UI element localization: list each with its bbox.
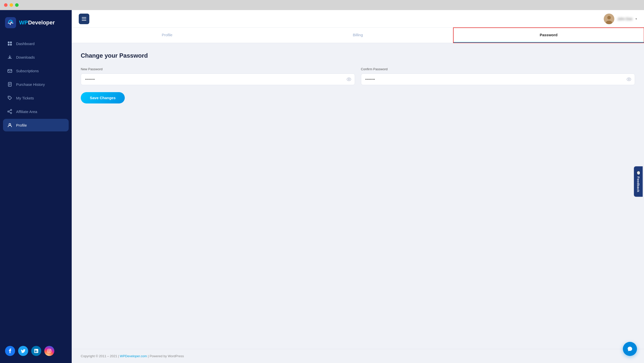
svg-rect-15 [82, 19, 86, 19]
close-button[interactable] [4, 3, 8, 7]
grid-icon [7, 41, 13, 46]
download-icon [7, 54, 13, 60]
svg-point-9 [11, 113, 12, 114]
svg-point-10 [9, 124, 11, 125]
svg-point-21 [348, 79, 349, 80]
sidebar-item-affiliate-area[interactable]: Affiliate Area [3, 105, 69, 118]
header-user[interactable]: John Doe ▾ [604, 14, 637, 24]
receipt-icon [7, 82, 13, 87]
tag-icon [7, 95, 13, 101]
svg-point-23 [628, 79, 630, 80]
feedback-chat-icon: 💬 [636, 171, 640, 175]
tab-password[interactable]: Password [453, 28, 644, 43]
svg-point-6 [9, 97, 10, 98]
footer-powered: | Powered by WordPress [148, 354, 184, 358]
minimize-button[interactable] [10, 3, 13, 7]
svg-point-7 [11, 110, 12, 111]
person-icon [7, 122, 13, 128]
sidebar-item-label: Affiliate Area [16, 110, 37, 114]
footer-copyright: Copyright © 2011 – 2021 | [81, 354, 119, 358]
footer-link[interactable]: WPDeveloper.com [120, 354, 147, 358]
svg-rect-2 [8, 44, 10, 46]
new-password-wrap [81, 74, 355, 85]
feedback-label: Feedback [636, 176, 640, 192]
svg-rect-1 [10, 42, 12, 43]
page-content: Change your Password New Password [72, 43, 644, 349]
main-header: John Doe ▾ [72, 10, 644, 28]
twitter-link[interactable] [18, 346, 28, 356]
sidebar-nav: Dashboard Downloads [0, 35, 72, 341]
app-wrapper: WPDeveloper Dashboard [0, 10, 644, 363]
logo-text: WPDeveloper [19, 19, 55, 26]
sidebar-item-dashboard[interactable]: Dashboard [3, 37, 69, 50]
share-icon [7, 109, 13, 114]
linkedin-link[interactable] [31, 346, 41, 356]
new-password-label: New Password [81, 67, 355, 71]
svg-point-18 [607, 16, 611, 19]
confirm-password-wrap [361, 74, 635, 85]
social-links [0, 341, 72, 363]
svg-rect-14 [82, 17, 86, 18]
page-title: Change your Password [81, 52, 635, 59]
sidebar: WPDeveloper Dashboard [0, 10, 72, 363]
password-form-row: New Password Confirm Password [81, 67, 635, 85]
email-icon [7, 68, 13, 74]
sidebar-item-label: Profile [16, 123, 27, 127]
instagram-link[interactable] [44, 346, 54, 356]
toggle-password-visibility-icon[interactable] [347, 78, 351, 81]
confirm-password-input[interactable] [361, 74, 635, 85]
sidebar-item-subscriptions[interactable]: Subscriptions [3, 64, 69, 77]
sidebar-item-profile[interactable]: Profile [3, 119, 69, 131]
new-password-input[interactable] [81, 74, 355, 85]
sidebar-item-label: My Tickets [16, 96, 34, 100]
user-name: John Doe [617, 17, 632, 21]
confirm-password-group: Confirm Password [361, 67, 635, 85]
svg-rect-0 [8, 42, 10, 43]
svg-point-13 [50, 350, 51, 350]
maximize-button[interactable] [15, 3, 19, 7]
sidebar-item-my-tickets[interactable]: My Tickets [3, 92, 69, 104]
window-chrome [0, 0, 644, 10]
svg-point-22 [627, 78, 631, 81]
chat-button[interactable] [623, 342, 637, 356]
svg-point-8 [8, 111, 9, 112]
tabs-container: Profile Billing Password [72, 28, 644, 43]
tab-profile[interactable]: Profile [72, 28, 262, 43]
main-footer: Copyright © 2011 – 2021 | WPDeveloper.co… [72, 349, 644, 363]
new-password-group: New Password [81, 67, 355, 85]
sidebar-item-label: Purchase History [16, 82, 45, 87]
sidebar-item-label: Downloads [16, 55, 35, 59]
sidebar-item-downloads[interactable]: Downloads [3, 51, 69, 63]
svg-rect-3 [10, 44, 12, 46]
svg-point-20 [347, 78, 351, 81]
svg-rect-16 [82, 20, 86, 21]
avatar [604, 14, 614, 24]
tab-billing[interactable]: Billing [262, 28, 453, 43]
chevron-down-icon: ▾ [635, 17, 637, 21]
sidebar-item-label: Subscriptions [16, 69, 39, 73]
svg-rect-11 [48, 349, 51, 353]
feedback-tab[interactable]: 💬 Feedback [634, 166, 643, 197]
logo: WPDeveloper [0, 10, 72, 35]
menu-button[interactable] [79, 14, 89, 24]
confirm-password-label: Confirm Password [361, 67, 635, 71]
sidebar-item-purchase-history[interactable]: Purchase History [3, 78, 69, 91]
sidebar-item-label: Dashboard [16, 42, 34, 46]
facebook-link[interactable] [5, 346, 15, 356]
svg-point-12 [49, 350, 50, 352]
logo-icon [5, 17, 16, 28]
save-changes-button[interactable]: Save Changes [81, 92, 125, 103]
toggle-confirm-password-visibility-icon[interactable] [627, 78, 631, 81]
main-content: John Doe ▾ Profile Billing Password Chan… [72, 10, 644, 363]
